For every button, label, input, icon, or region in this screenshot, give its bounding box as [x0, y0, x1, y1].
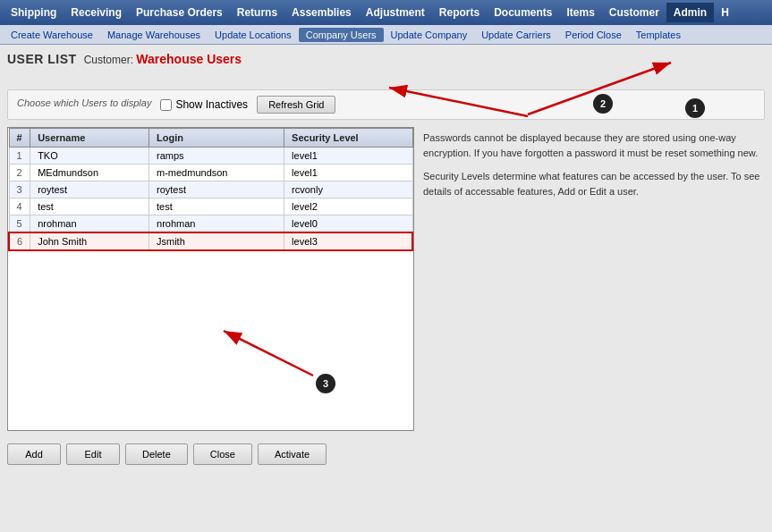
table-row[interactable]: 6 John Smith Jsmith level3: [9, 232, 412, 250]
user-table: # Username Login Security Level 1 TKO ra…: [8, 128, 413, 251]
filter-section: Choose which Users to display Show Inact…: [7, 89, 765, 120]
table-section: # Username Login Security Level 1 TKO ra…: [7, 127, 414, 470]
table-row[interactable]: 2 MEdmundson m-medmundson level1: [9, 165, 412, 182]
activate-button[interactable]: Activate: [258, 443, 327, 465]
table-row[interactable]: 5 nrohman nrohman level0: [9, 215, 412, 233]
action-buttons: Add Edit Delete Close Activate: [7, 438, 414, 470]
delete-button[interactable]: Delete: [125, 443, 188, 465]
annotation-3: 3: [316, 374, 335, 393]
cell-num: 5: [9, 215, 30, 233]
cell-num: 6: [9, 232, 30, 250]
table-row[interactable]: 4 test test level2: [9, 198, 412, 215]
nav-returns[interactable]: Returns: [230, 3, 284, 22]
cell-security: level2: [284, 198, 412, 215]
col-header-login: Login: [149, 129, 284, 148]
add-button[interactable]: Add: [7, 443, 61, 465]
cell-username: TKO: [30, 148, 149, 165]
col-header-num: #: [9, 129, 30, 148]
cell-login: roytest: [149, 182, 284, 198]
cell-username: nrohman: [30, 215, 149, 233]
top-navigation: Shipping Receiving Purchase Orders Retur…: [0, 0, 772, 25]
annotation-2: 2: [593, 94, 613, 114]
edit-button[interactable]: Edit: [66, 443, 120, 465]
show-inactives-label: Show Inactives: [175, 98, 248, 111]
cell-username: test: [30, 198, 149, 215]
subnav-period-close[interactable]: Period Close: [558, 28, 629, 42]
cell-security: level1: [284, 165, 412, 182]
col-header-security: Security Level: [284, 129, 412, 148]
security-info: Security Levels determine what features …: [423, 169, 765, 198]
cell-login: Jsmith: [149, 232, 284, 250]
cell-security: rcvonly: [284, 182, 412, 198]
subnav-templates[interactable]: Templates: [629, 28, 688, 42]
cell-num: 4: [9, 198, 30, 215]
nav-receiving[interactable]: Receiving: [64, 3, 129, 22]
cell-login: nrohman: [149, 215, 284, 233]
annotation-1: 1: [685, 98, 705, 118]
nav-purchase-orders[interactable]: Purchase Orders: [129, 3, 230, 22]
table-row[interactable]: 1 TKO ramps level1: [9, 148, 412, 165]
nav-documents[interactable]: Documents: [487, 3, 559, 22]
cell-num: 3: [9, 182, 30, 198]
cell-login: test: [149, 198, 284, 215]
page-title: User List: [7, 52, 77, 66]
nav-reports[interactable]: Reports: [432, 3, 487, 22]
nav-h[interactable]: H: [714, 3, 736, 22]
sub-navigation: Create Warehouse Manage Warehouses Updat…: [0, 25, 772, 45]
cell-login: ramps: [149, 148, 284, 165]
subnav-update-company[interactable]: Update Company: [384, 28, 475, 42]
nav-admin[interactable]: Admin: [666, 3, 714, 22]
nav-items[interactable]: Items: [559, 3, 601, 22]
cell-username: roytest: [30, 182, 149, 198]
subnav-manage-warehouses[interactable]: Manage Warehouses: [100, 28, 208, 42]
cell-login: m-medmundson: [149, 165, 284, 182]
show-inactives-checkbox[interactable]: [160, 99, 172, 111]
passwords-info: Passwords cannot be displayed because th…: [423, 131, 765, 160]
close-button[interactable]: Close: [193, 443, 252, 465]
choose-label: Choose which Users to display: [17, 97, 151, 108]
cell-security: level3: [284, 232, 412, 250]
cell-security: level1: [284, 148, 412, 165]
cell-num: 1: [9, 148, 30, 165]
nav-shipping[interactable]: Shipping: [4, 3, 64, 22]
content-layout: # Username Login Security Level 1 TKO ra…: [7, 127, 765, 470]
table-header-row: # Username Login Security Level: [9, 129, 412, 148]
nav-assemblies[interactable]: Assemblies: [284, 3, 359, 22]
main-content: 1 2 3 User List Customer: Warehouse User…: [0, 45, 772, 532]
refresh-grid-button[interactable]: Refresh Grid: [257, 96, 335, 114]
subnav-create-warehouse[interactable]: Create Warehouse: [4, 28, 100, 42]
cell-username: John Smith: [30, 232, 149, 250]
subnav-update-carriers[interactable]: Update Carriers: [474, 28, 558, 42]
customer-label: Customer: Warehouse Users: [84, 52, 242, 66]
info-section: Passwords cannot be displayed because th…: [423, 127, 765, 470]
user-table-wrapper: # Username Login Security Level 1 TKO ra…: [7, 127, 414, 431]
nav-customer[interactable]: Customer: [602, 3, 666, 22]
cell-num: 2: [9, 165, 30, 182]
subnav-update-locations[interactable]: Update Locations: [208, 28, 299, 42]
show-inactives-container: Show Inactives: [160, 98, 248, 111]
col-header-username: Username: [30, 129, 149, 148]
customer-value: Warehouse Users: [136, 52, 242, 66]
subnav-company-users[interactable]: Company Users: [299, 28, 384, 42]
cell-username: MEdmundson: [30, 165, 149, 182]
table-row[interactable]: 3 roytest roytest rcvonly: [9, 182, 412, 198]
nav-adjustment[interactable]: Adjustment: [359, 3, 432, 22]
cell-security: level0: [284, 215, 412, 233]
